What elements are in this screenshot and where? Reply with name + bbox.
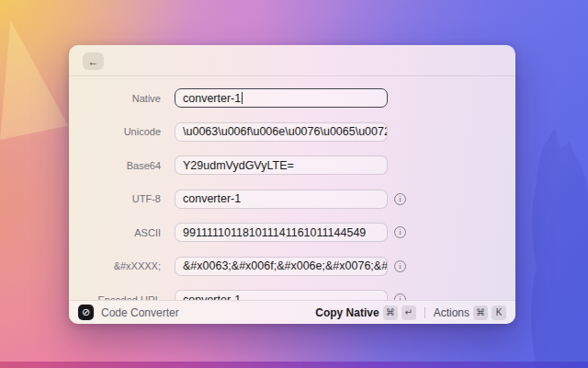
k-key-icon: K <box>492 305 506 320</box>
wallpaper-cat-silhouette <box>509 129 588 368</box>
copy-native-label: Copy Native <box>315 306 379 319</box>
native-input[interactable]: converter-1 <box>175 88 388 108</box>
encoded-url-value: converter-1 <box>183 293 241 301</box>
info-icon[interactable]: i <box>394 260 406 272</box>
ascii-input[interactable]: 991111101181011141161011144549 <box>175 223 388 242</box>
action-bar: ⊘ Code Converter Copy Native ⌘ ↵ Actions… <box>69 300 515 324</box>
base64-value: Y29udmVydGVyLTE= <box>183 159 294 172</box>
ascii-label: ASCII <box>69 227 175 238</box>
unicode-value: \u0063\u006f\u006e\u0076\u0065\u0072\u00… <box>183 125 388 138</box>
base64-input[interactable]: Y29udmVydGVyLTE= <box>175 155 388 175</box>
copy-native-button[interactable]: Copy Native ⌘ ↵ <box>315 305 415 320</box>
converter-form: Native converter-1 Unicode \u0063\u006f\… <box>69 76 515 300</box>
code-converter-window: ← Native converter-1 Unicode \u0063\u006… <box>69 45 515 324</box>
form-row-unicode: Unicode \u0063\u006f\u006e\u0076\u0065\u… <box>69 122 515 142</box>
native-label: Native <box>69 93 175 104</box>
utf8-value: converter-1 <box>183 192 241 205</box>
actions-button[interactable]: Actions ⌘ K <box>434 305 506 320</box>
command-key-icon: ⌘ <box>383 305 398 320</box>
wallpaper-bottom-strip <box>0 362 588 368</box>
info-icon[interactable]: i <box>394 293 406 300</box>
info-icon[interactable]: i <box>394 193 406 205</box>
utf8-label: UTF-8 <box>69 193 175 204</box>
hex-entity-input[interactable]: &#x0063;&#x006f;&#x006e;&#x0076;&#x0065;… <box>175 257 388 276</box>
hex-entity-label: &#xXXXX; <box>69 260 175 271</box>
code-converter-app-icon: ⊘ <box>78 305 94 320</box>
return-key-icon: ↵ <box>401 305 416 320</box>
form-row-utf8: UTF-8 converter-1 i <box>69 190 515 209</box>
hex-entity-value: &#x0063;&#x006f;&#x006e;&#x0076;&#x0065;… <box>183 259 388 272</box>
window-header: ← <box>69 45 515 76</box>
form-row-hex-entity: &#xXXXX; &#x0063;&#x006f;&#x006e;&#x0076… <box>69 257 515 276</box>
form-row-encoded-url: Encoded URL converter-1 i <box>69 290 515 300</box>
command-key-icon: ⌘ <box>473 305 488 320</box>
text-caret <box>242 92 243 104</box>
utf8-input[interactable]: converter-1 <box>175 190 388 209</box>
ascii-value: 991111101181011141161011144549 <box>183 226 366 239</box>
actions-label: Actions <box>434 306 469 319</box>
footer-divider <box>424 307 425 318</box>
back-button[interactable]: ← <box>83 52 104 70</box>
unicode-label: Unicode <box>69 126 175 137</box>
form-row-ascii: ASCII 991111101181011141161011144549 i <box>69 223 515 242</box>
encoded-url-input[interactable]: converter-1 <box>175 290 388 300</box>
back-arrow-icon: ← <box>88 55 99 68</box>
form-row-native: Native converter-1 <box>69 88 515 108</box>
native-value: converter-1 <box>183 92 241 105</box>
converter-glyph-icon: ⊘ <box>82 307 90 317</box>
app-name: Code Converter <box>101 306 179 319</box>
unicode-input[interactable]: \u0063\u006f\u006e\u0076\u0065\u0072\u00… <box>175 122 388 142</box>
base64-label: Base64 <box>69 160 175 171</box>
form-row-base64: Base64 Y29udmVydGVyLTE= <box>69 155 515 175</box>
info-icon[interactable]: i <box>394 226 406 238</box>
